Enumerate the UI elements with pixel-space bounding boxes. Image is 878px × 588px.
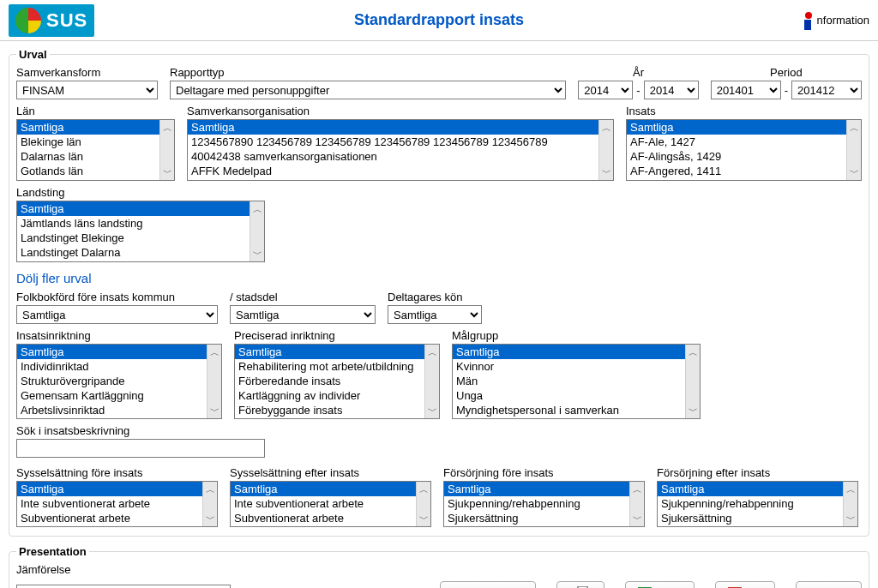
list-item[interactable]: Sjukersättning [658,511,843,525]
list-item[interactable]: Inte subventionerat arbete [231,496,416,511]
list-item[interactable]: Landstinget Dalarna [17,245,250,260]
preciserad-listbox[interactable]: SamtligaRehabilitering mot arbete/utbild… [234,344,440,419]
chevron-up-icon[interactable]: ︿ [630,482,644,497]
scrollbar[interactable]: ︿﹀ [846,120,861,180]
chevron-up-icon[interactable]: ︿ [207,345,221,360]
stadsdel-select[interactable]: Samtliga [230,305,376,324]
skapa-rapport-button[interactable]: Skapa rapport [440,581,536,588]
list-item[interactable]: Samtliga [627,120,846,135]
chevron-up-icon[interactable]: ︿ [686,345,700,360]
ar-to-select[interactable]: 2014 [644,81,699,99]
deltagares-kon-select[interactable]: Samtliga [388,305,482,324]
syssel-fore-listbox[interactable]: SamtligaInte subventionerat arbeteSubven… [16,481,218,527]
list-item[interactable]: Dalarnas län [17,149,159,164]
list-item[interactable]: Kvinnor [453,359,685,374]
lan-listbox[interactable]: SamtligaBlekinge länDalarnas länGotlands… [16,119,175,181]
scrollbar[interactable]: ︿﹀ [416,482,430,526]
information-link[interactable]: nformation [797,11,869,30]
chevron-up-icon[interactable]: ︿ [160,120,174,135]
list-item[interactable]: AF-Angered, 1411 [627,164,846,178]
list-item[interactable]: Jämtlands läns landsting [17,216,250,231]
list-item[interactable]: Kartläggning av individer [235,388,424,403]
list-item[interactable]: Förebyggande insats [235,403,424,417]
list-item[interactable]: Myndighetspersonal i samverkan [453,403,685,417]
chevron-up-icon[interactable]: ︿ [250,201,264,217]
list-item[interactable]: Sjukpenning/rehabpenning [658,496,843,511]
list-item[interactable]: Unga [453,388,685,403]
list-item[interactable]: Gemensam Kartläggning [17,388,207,403]
list-item[interactable]: Samtliga [17,345,207,359]
samverkansorganisation-listbox[interactable]: Samtliga1234567890 123456789 123456789 1… [187,119,614,181]
forsorj-fore-listbox[interactable]: SamtligaSjukpenning/rehabpenningSjukersä… [443,481,645,527]
list-item[interactable]: Samtliga [188,120,598,135]
list-item[interactable]: Samtliga [231,482,416,496]
jamforelse-select[interactable]: Ingen jämförelse [16,585,231,588]
folkbokford-select[interactable]: Samtliga [16,305,218,324]
list-item[interactable]: Subventionerat arbete [17,511,202,525]
ar-from-select[interactable]: 2014 [578,81,633,99]
list-item[interactable]: AFFK Medelpad [188,164,598,178]
list-item[interactable]: Samtliga [444,482,629,496]
scrollbar[interactable]: ︿﹀ [629,482,644,526]
scrollbar[interactable]: ︿﹀ [207,345,221,418]
rapporttyp-select[interactable]: Deltagare med personuppgifter [170,81,566,99]
fordela-checkbox-row[interactable]: Fördela på kön [251,585,350,589]
scrollbar[interactable]: ︿﹀ [202,482,217,526]
scrollbar[interactable]: ︿﹀ [843,482,857,526]
insats-listbox[interactable]: SamtligaAF-Ale, 1427AF-Alingsås, 1429AF-… [626,119,862,181]
chevron-down-icon[interactable]: ﹀ [844,511,857,526]
list-item[interactable]: Samtliga [17,482,202,496]
list-item[interactable]: Landstinget Blekinge [17,231,250,245]
chevron-up-icon[interactable]: ︿ [844,482,857,497]
list-item[interactable]: Strukturövergripande [17,374,207,388]
list-item[interactable]: Samtliga [453,345,685,359]
chevron-down-icon[interactable]: ﹀ [686,403,700,418]
list-item[interactable]: Sjukpenning/rehabpenning [444,496,629,511]
chevron-down-icon[interactable]: ﹀ [417,511,430,526]
chevron-down-icon[interactable]: ﹀ [207,403,221,418]
list-item[interactable]: Samtliga [17,120,159,135]
syssel-efter-listbox[interactable]: SamtligaInte subventionerat arbeteSubven… [230,481,431,527]
scrollbar[interactable]: ︿﹀ [250,201,264,261]
list-item[interactable]: AF-Alingsås, 1429 [627,149,846,164]
scrollbar[interactable]: ︿﹀ [424,345,439,418]
list-item[interactable]: 1234567890 123456789 123456789 123456789… [188,135,598,149]
list-item[interactable]: Män [453,374,685,388]
list-item[interactable]: Sjukersättning [444,511,629,525]
list-item[interactable]: Förberedande insats [235,374,424,388]
chevron-up-icon[interactable]: ︿ [425,345,439,360]
chevron-up-icon[interactable]: ︿ [847,120,861,135]
sok-input[interactable] [16,439,265,458]
export-excel-button[interactable]: X EXCEL [625,581,695,588]
period-from-select[interactable]: 201401 [711,81,781,99]
copy-layout-button[interactable] [556,581,604,588]
chevron-down-icon[interactable]: ﹀ [630,511,644,526]
chevron-down-icon[interactable]: ﹀ [160,165,174,180]
samverkansform-select[interactable]: FINSAM [16,81,158,99]
forsorj-efter-listbox[interactable]: SamtligaSjukpenning/rehabpenningSjukersä… [657,481,858,527]
list-item[interactable]: Arbetslivsinriktad [17,403,207,417]
list-item[interactable]: Subventionerat arbete [231,511,416,525]
list-item[interactable]: Gotlands län [17,164,159,178]
list-item[interactable]: 40042438 samverkansorganisationen [188,149,598,164]
chevron-down-icon[interactable]: ﹀ [425,403,439,418]
list-item[interactable]: Samtliga [235,345,424,359]
chevron-down-icon[interactable]: ﹀ [847,165,861,180]
toggle-urval-link[interactable]: Dölj fler urval [16,271,92,285]
aterstall-button[interactable]: Återställ [796,581,862,588]
landsting-listbox[interactable]: SamtligaJämtlands läns landstingLandstin… [16,201,265,262]
scrollbar[interactable]: ︿﹀ [685,345,700,418]
list-item[interactable]: Samtliga [17,201,250,216]
export-pdf-button[interactable]: PDF PDF [715,581,775,588]
list-item[interactable]: Inte subventionerat arbete [17,496,202,511]
list-item[interactable]: Rehabilitering mot arbete/utbildning [235,359,424,374]
list-item[interactable]: Individinriktad [17,359,207,374]
chevron-up-icon[interactable]: ︿ [417,482,430,497]
chevron-down-icon[interactable]: ﹀ [203,511,217,526]
chevron-up-icon[interactable]: ︿ [599,120,613,135]
period-to-select[interactable]: 201412 [791,81,862,99]
scrollbar[interactable]: ︿﹀ [598,120,613,180]
chevron-down-icon[interactable]: ﹀ [250,246,264,261]
insatsinriktning-listbox[interactable]: SamtligaIndividinriktadStrukturövergripa… [16,344,222,419]
chevron-up-icon[interactable]: ︿ [203,482,217,497]
